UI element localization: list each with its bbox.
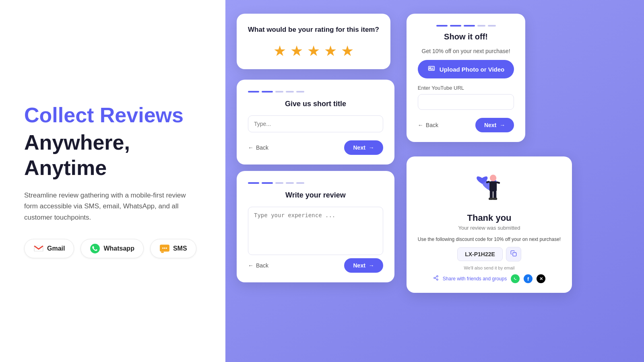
- showoff-progress-dots: [418, 25, 514, 27]
- copy-icon: [510, 250, 517, 257]
- svg-rect-15: [493, 198, 497, 200]
- svg-rect-14: [489, 198, 493, 200]
- share-label[interactable]: Share with friends and groups: [443, 276, 507, 282]
- dot-r4: [286, 182, 294, 184]
- back-arrow-icon: ←: [248, 144, 254, 151]
- write-review-card: Write your review ← Back Next →: [237, 171, 394, 282]
- short-title-card: Give us short title ← Back Next →: [237, 80, 394, 165]
- coupon-code: LX-P1H22E: [457, 247, 503, 261]
- s-dot-5: [488, 25, 496, 27]
- whatsapp-label: Whatsapp: [103, 245, 134, 252]
- svg-point-20: [434, 277, 436, 279]
- gmail-badge[interactable]: Gmail: [24, 239, 74, 258]
- svg-point-2: [91, 244, 100, 253]
- progress-dots-review: [248, 182, 383, 184]
- svg-line-23: [435, 277, 437, 278]
- svg-rect-13: [493, 191, 496, 199]
- dot-r1: [248, 182, 259, 184]
- svg-point-10: [489, 175, 496, 181]
- figure-icon: [471, 168, 508, 208]
- dot-2: [262, 91, 273, 93]
- svg-point-5: [162, 247, 163, 249]
- upload-photo-video-button[interactable]: Upload Photo or Video: [418, 60, 514, 78]
- s-dot-2: [450, 25, 461, 27]
- next-arrow-icon: →: [369, 144, 374, 151]
- gmail-icon: [33, 243, 44, 254]
- dot-r5: [296, 182, 304, 184]
- back-arrow-icon-3: ←: [418, 122, 423, 128]
- copy-coupon-button[interactable]: [506, 247, 521, 261]
- star-3[interactable]: ★: [307, 43, 320, 60]
- gmail-label: Gmail: [47, 245, 65, 252]
- email-note: We'll also send it by email: [418, 265, 561, 270]
- showoff-back-button[interactable]: ← Back: [418, 122, 438, 128]
- yt-url-input[interactable]: [418, 94, 514, 110]
- channel-badges: Gmail Whatsapp SMS: [24, 239, 201, 258]
- stars-row: ★ ★ ★ ★ ★: [248, 43, 379, 60]
- dot-r2: [262, 182, 273, 184]
- dot-4: [286, 91, 294, 93]
- rating-card: What would be your rating for this item?…: [237, 14, 390, 69]
- svg-line-22: [435, 278, 437, 279]
- short-title-next-button[interactable]: Next →: [344, 140, 383, 155]
- share-icon: [433, 275, 439, 282]
- showoff-nav: ← Back Next →: [418, 118, 514, 132]
- rating-question: What would be your rating for this item?: [248, 25, 379, 35]
- showoff-card: Show it off! Get 10% off on your next pu…: [407, 14, 525, 142]
- star-2[interactable]: ★: [290, 43, 303, 60]
- right-panel: What would be your rating for this item?…: [225, 0, 644, 362]
- short-title-nav: ← Back Next →: [248, 140, 383, 155]
- s-dot-4: [477, 25, 485, 27]
- svg-rect-17: [496, 181, 500, 184]
- whatsapp-icon: [90, 243, 100, 254]
- write-review-heading: Write your review: [248, 191, 383, 200]
- share-facebook-button[interactable]: f: [524, 274, 533, 283]
- showoff-next-button[interactable]: Next →: [475, 118, 514, 132]
- whatsapp-badge[interactable]: Whatsapp: [80, 239, 143, 258]
- dot-1: [248, 91, 259, 93]
- next-arrow-icon-2: →: [369, 262, 374, 269]
- coupon-row: LX-P1H22E: [418, 247, 561, 261]
- svg-rect-4: [161, 251, 164, 253]
- star-1[interactable]: ★: [273, 43, 286, 60]
- showoff-title: Show it off!: [418, 32, 514, 41]
- left-panel: Collect Reviews Anywhere, Anytime Stream…: [0, 0, 225, 362]
- svg-point-21: [437, 279, 438, 280]
- thankyou-illustration: [418, 168, 561, 208]
- share-whatsapp-button[interactable]: [511, 274, 520, 283]
- collect-reviews-title: Collect Reviews: [24, 104, 201, 127]
- dot-3: [275, 91, 283, 93]
- write-review-textarea[interactable]: [248, 207, 383, 255]
- short-title-input[interactable]: [248, 115, 383, 132]
- write-review-back-button[interactable]: ← Back: [248, 262, 268, 269]
- thankyou-heading: Thank you: [418, 213, 561, 223]
- s-dot-1: [436, 25, 448, 27]
- s-dot-3: [464, 25, 475, 27]
- upload-icon: [427, 65, 436, 73]
- thankyou-card: Thank you Your review was submitted Use …: [407, 156, 572, 293]
- short-title-back-button[interactable]: ← Back: [248, 144, 268, 151]
- progress-dots-title: [248, 91, 383, 93]
- back-arrow-icon-2: ←: [248, 262, 254, 269]
- next-arrow-icon-3: →: [500, 122, 505, 128]
- write-review-next-button[interactable]: Next →: [344, 258, 383, 273]
- sms-label: SMS: [173, 245, 187, 252]
- star-4[interactable]: ★: [324, 43, 337, 60]
- discount-text: Use the following discount code for 10% …: [418, 236, 561, 243]
- dot-5: [296, 91, 304, 93]
- sms-icon: [159, 243, 170, 254]
- share-row: Share with friends and groups f ✕: [418, 274, 561, 283]
- share-x-button[interactable]: ✕: [537, 274, 545, 283]
- write-review-nav: ← Back Next →: [248, 258, 383, 273]
- dot-r3: [275, 182, 283, 184]
- svg-rect-18: [513, 253, 516, 256]
- svg-point-7: [166, 247, 167, 249]
- anywhere-anytime-title: Anywhere, Anytime: [24, 130, 201, 180]
- short-title-heading: Give us short title: [248, 100, 383, 108]
- svg-rect-12: [489, 191, 492, 199]
- star-5[interactable]: ★: [341, 43, 354, 60]
- sms-badge[interactable]: SMS: [150, 239, 196, 258]
- svg-rect-11: [489, 181, 497, 191]
- svg-point-6: [164, 247, 165, 249]
- yt-label: Enter YouTube URL: [418, 85, 514, 91]
